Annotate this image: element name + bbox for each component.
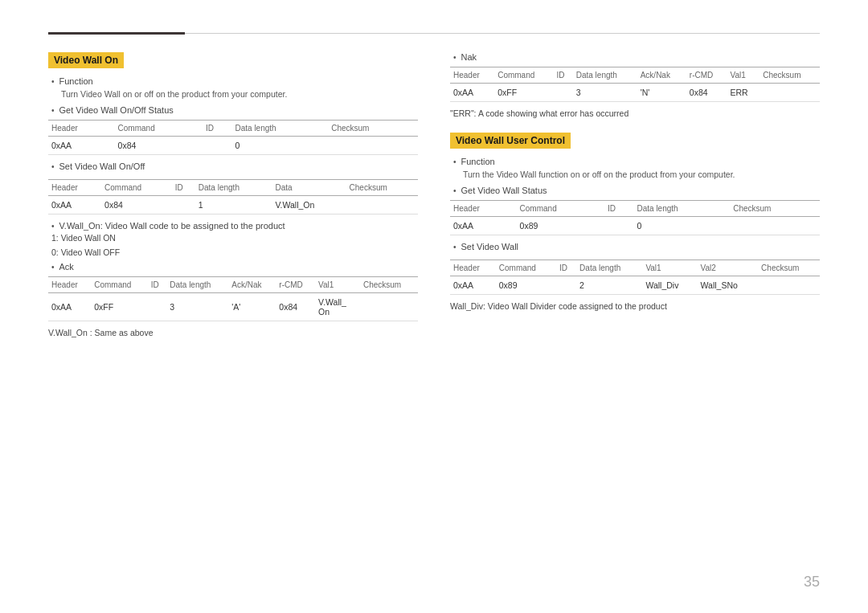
ack-th-datalength: Data length: [166, 276, 228, 292]
set-td-datalength: 1: [195, 195, 272, 214]
nak-th-datalength: Data length: [573, 67, 637, 84]
r-get-th-header: Header: [450, 200, 517, 216]
r-get-status-bullet: • Get Video Wall Status: [450, 186, 820, 195]
r-set-th-header: Header: [450, 260, 496, 276]
ack-th-command: Command: [91, 276, 148, 292]
r-function-label: Function: [461, 157, 495, 166]
vwall-note-bullet: • V.Wall_On: Video Wall code to be assig…: [48, 221, 418, 231]
set-td-header: 0xAA: [48, 195, 101, 214]
ack-td-datalength: 3: [166, 292, 228, 321]
function-bullet: • Function: [48, 76, 418, 86]
right-section-title: Video Wall User Control: [450, 133, 571, 149]
set-bullet: • Set Video Wall On/Off: [48, 161, 418, 171]
bullet-dot-2: •: [51, 106, 55, 115]
nak-bullet: • Nak: [450, 52, 820, 62]
r-set-td-header: 0xAA: [450, 276, 496, 294]
get-th-id: ID: [203, 120, 231, 136]
set-th-checksum: Checksum: [346, 179, 418, 195]
set-td-command: 0x84: [101, 195, 172, 214]
get-status-bullet: • Get Video Wall On/Off Status: [48, 105, 418, 115]
bullet-dot-5: •: [51, 263, 55, 272]
nak-td-acknak: 'N': [637, 84, 686, 102]
r-set-td-id: [556, 276, 576, 294]
page: Video Wall On • Function Turn Video Wall…: [0, 0, 868, 613]
get-th-header: Header: [48, 120, 115, 136]
nak-td-rcmd: 0x84: [686, 84, 727, 102]
nak-th-header: Header: [450, 67, 494, 84]
get-status-label: Get Video Wall On/Off Status: [59, 105, 174, 115]
set-th-datalength: Data length: [195, 179, 272, 195]
r-function-bullet: • Function: [450, 157, 820, 166]
set-td-checksum: [346, 195, 418, 214]
r-set-td-val2: Wall_SNo: [698, 276, 759, 294]
set-th-data: Data: [272, 179, 346, 195]
r-get-th-datalength: Data length: [634, 200, 731, 216]
r-set-th-datalength: Data length: [576, 260, 642, 276]
get-th-command: Command: [115, 120, 203, 136]
nak-th-rcmd: r-CMD: [686, 67, 727, 84]
ack-td-id: [148, 292, 166, 321]
get-td-checksum: [328, 136, 418, 154]
ack-td-checksum: [360, 292, 418, 321]
r-set-th-val2: Val2: [698, 260, 759, 276]
err-note: "ERR": A code showing what error has occ…: [450, 108, 820, 118]
nak-table: Header Command ID Data length Ack/Nak r-…: [450, 67, 820, 102]
ack-td-rcmd: 0x84: [276, 292, 315, 321]
ack-th-checksum: Checksum: [360, 276, 418, 292]
ack-th-val1: Val1: [315, 276, 360, 292]
r-set-th-id: ID: [556, 260, 576, 276]
ack-td-acknak: 'A': [228, 292, 276, 321]
r-set-table-row: 0xAA 0x89 2 Wall_Div Wall_SNo: [450, 276, 820, 294]
page-number: 35: [804, 574, 820, 591]
r-get-table: Header Command ID Data length Checksum 0…: [450, 200, 820, 235]
get-table: Header Command ID Data length Checksum 0…: [48, 120, 418, 155]
r-get-status-label: Get Video Wall Status: [461, 186, 547, 195]
r-set-bullet: • Set Video Wall: [450, 242, 820, 251]
r-set-table: Header Command ID Data length Val1 Val2 …: [450, 260, 820, 295]
ack-th-header: Header: [48, 276, 91, 292]
r-get-td-datalength: 0: [634, 216, 731, 235]
top-line-dark: [48, 32, 185, 35]
nak-th-id: ID: [553, 67, 572, 84]
nak-td-header: 0xAA: [450, 84, 494, 102]
get-th-checksum: Checksum: [328, 120, 418, 136]
bullet-dot-7: •: [453, 157, 457, 166]
set-table: Header Command ID Data length Data Check…: [48, 179, 418, 215]
set-table-row: 0xAA 0x84 1 V.Wall_On: [48, 195, 418, 214]
top-line-light: [185, 33, 820, 34]
r-set-td-checksum: [758, 276, 820, 294]
right-column: • Nak Header Command ID Data length Ack/…: [450, 52, 820, 344]
video-wall-off-label: 0: Video Wall OFF: [48, 247, 418, 257]
nak-label: Nak: [461, 52, 477, 62]
nak-th-command: Command: [494, 67, 553, 84]
nak-th-val1: Val1: [727, 67, 760, 84]
set-td-id: [172, 195, 195, 214]
ack-td-header: 0xAA: [48, 292, 91, 321]
nak-th-checksum: Checksum: [760, 67, 820, 84]
bullet-dot-6: •: [453, 53, 457, 62]
r-get-td-id: [604, 216, 633, 235]
ack-bullet: • Ack: [48, 262, 418, 272]
nak-td-checksum: [760, 84, 820, 102]
function-label: Function: [59, 76, 93, 86]
get-td-id: [203, 136, 231, 154]
vwall-same-note: V.Wall_On : Same as above: [48, 328, 418, 337]
left-column: Video Wall On • Function Turn Video Wall…: [48, 52, 418, 344]
left-section-title: Video Wall On: [48, 52, 124, 68]
get-td-datalength: 0: [232, 136, 329, 154]
set-th-id: ID: [172, 179, 195, 195]
r-get-table-row: 0xAA 0x89 0: [450, 216, 820, 235]
set-th-command: Command: [101, 179, 172, 195]
get-table-row: 0xAA 0x84 0: [48, 136, 418, 154]
bullet-dot-3: •: [51, 162, 55, 171]
r-set-th-command: Command: [496, 260, 556, 276]
r-get-td-checksum: [730, 216, 820, 235]
nak-td-command: 0xFF: [494, 84, 553, 102]
nak-td-id: [553, 84, 572, 102]
vwall-note: V.Wall_On: Video Wall code to be assigne…: [59, 221, 285, 231]
bullet-dot-8: •: [453, 186, 457, 195]
r-set-th-val1: Val1: [642, 260, 697, 276]
ack-th-id: ID: [148, 276, 166, 292]
r-set-td-datalength: 2: [576, 276, 642, 294]
r-function-desc: Turn the Video Wall function on or off o…: [463, 169, 820, 181]
